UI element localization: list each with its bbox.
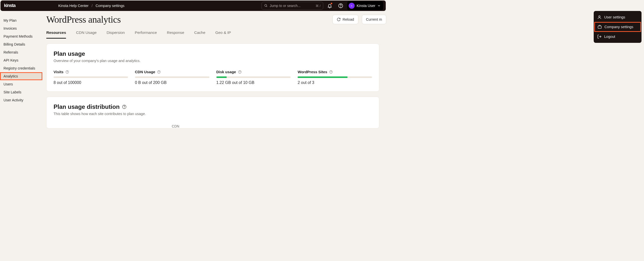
- user-name: Kinsta User: [356, 4, 375, 8]
- sidebar-item-site-labels[interactable]: Site Labels: [0, 88, 42, 96]
- metric-wordpress-sites: WordPress Sites 2 out of 3: [298, 70, 372, 85]
- sidebar-item-analytics[interactable]: Analytics: [0, 72, 42, 80]
- help-icon[interactable]: [238, 70, 242, 74]
- sidebar-item-my-plan[interactable]: My Plan: [0, 16, 42, 24]
- table-column-cdn: CDN: [168, 124, 183, 128]
- plan-usage-title: Plan usage: [54, 50, 372, 57]
- plan-usage-card: Plan usage Overview of your company's pl…: [46, 44, 379, 92]
- svg-text:kinsta: kinsta: [4, 4, 16, 8]
- page-title: WordPress analytics: [46, 14, 329, 25]
- tab-response[interactable]: Response: [167, 30, 184, 38]
- chevron-down-icon: [377, 4, 381, 8]
- sidebar-item-payment-methods[interactable]: Payment Methods: [0, 32, 42, 40]
- sidebar-item-billing-details[interactable]: Billing Details: [0, 40, 42, 48]
- search-icon: [264, 4, 268, 8]
- metric-cdn-usage: CDN Usage 0 B out of 200 GB: [135, 70, 210, 85]
- search-placeholder: Jump to or search...: [270, 4, 300, 8]
- tab-cdn-usage[interactable]: CDN Usage: [76, 30, 96, 38]
- notifications-button[interactable]: [325, 1, 334, 10]
- progress-bar: [135, 76, 210, 78]
- plan-usage-subtitle: Overview of your company's plan usage an…: [54, 59, 372, 63]
- tab-performance[interactable]: Performance: [135, 30, 157, 38]
- sidebar-item-api-keys[interactable]: API Keys: [0, 56, 42, 64]
- metric-visits: Visits 8 out of 100000: [54, 70, 128, 85]
- plan-distribution-card: Plan usage distribution This table shows…: [46, 97, 379, 128]
- sidebar-item-referrals[interactable]: Referrals: [0, 48, 42, 56]
- sidebar: My Plan Invoices Payment Methods Billing…: [0, 13, 42, 134]
- help-button[interactable]: [336, 1, 345, 10]
- distribution-subtitle: This table shows how each site contribut…: [54, 112, 372, 116]
- svg-point-17: [124, 108, 124, 108]
- search-shortcut: ⌘ /: [316, 4, 320, 8]
- main-content: WordPress analytics Reload Current m Res…: [42, 13, 386, 134]
- metric-value: 8 out of 100000: [54, 80, 128, 85]
- sidebar-item-invoices[interactable]: Invoices: [0, 24, 42, 32]
- tab-cache[interactable]: Cache: [194, 30, 206, 38]
- user-menu-button[interactable]: K Kinsta User: [347, 1, 383, 10]
- help-icon[interactable]: [66, 70, 69, 74]
- metric-name: Visits: [54, 70, 64, 74]
- reload-button[interactable]: Reload: [332, 15, 358, 24]
- sidebar-item-registry-credentials[interactable]: Registry credentials: [0, 64, 42, 72]
- svg-point-1: [265, 4, 267, 6]
- tab-resources[interactable]: Resources: [46, 30, 66, 38]
- metric-disk-usage: Disk usage 1.22 GB out of 10 GB: [216, 70, 291, 85]
- svg-point-11: [159, 73, 159, 73]
- logo[interactable]: kinsta: [4, 4, 22, 8]
- reload-icon: [337, 18, 341, 22]
- reload-label: Reload: [343, 18, 354, 22]
- sidebar-item-user-activity[interactable]: User Activity: [0, 96, 42, 104]
- distribution-title: Plan usage distribution: [54, 103, 120, 110]
- breadcrumb-item-0[interactable]: Kinsta Help Center: [58, 4, 89, 8]
- period-label: Current m: [366, 18, 382, 22]
- metric-value: 1.22 GB out of 10 GB: [216, 80, 291, 85]
- progress-bar: [298, 76, 372, 78]
- progress-bar: [54, 76, 128, 78]
- svg-point-9: [67, 73, 67, 73]
- breadcrumb-separator: /: [92, 4, 93, 8]
- help-icon[interactable]: [329, 70, 333, 74]
- breadcrumb-item-1[interactable]: Company settings: [96, 4, 124, 8]
- svg-point-13: [240, 73, 240, 73]
- metric-value: 0 B out of 200 GB: [135, 80, 210, 85]
- sidebar-item-users[interactable]: Users: [0, 80, 42, 88]
- tab-geo-ip[interactable]: Geo & IP: [216, 30, 231, 38]
- metric-name: CDN Usage: [135, 70, 156, 74]
- svg-point-4: [341, 7, 341, 7]
- help-icon[interactable]: [122, 104, 126, 109]
- metric-value: 2 out of 3: [298, 80, 372, 85]
- tab-dispersion[interactable]: Dispersion: [106, 30, 125, 38]
- topbar: kinsta Kinsta Help Center / Company sett…: [0, 0, 386, 11]
- notification-dot: [331, 3, 332, 4]
- svg-point-15: [331, 73, 331, 73]
- search-input[interactable]: Jump to or search... ⌘ /: [262, 2, 323, 10]
- help-icon[interactable]: [157, 70, 161, 74]
- help-icon: [338, 3, 343, 8]
- metric-name: Disk usage: [216, 70, 236, 74]
- avatar: K: [349, 3, 354, 9]
- tabs: Resources CDN Usage Dispersion Performan…: [46, 30, 386, 38]
- metric-name: WordPress Sites: [298, 70, 327, 74]
- svg-line-2: [266, 6, 267, 7]
- period-select[interactable]: Current m: [362, 15, 386, 24]
- breadcrumb: Kinsta Help Center / Company settings: [58, 4, 124, 8]
- progress-bar: [216, 76, 291, 78]
